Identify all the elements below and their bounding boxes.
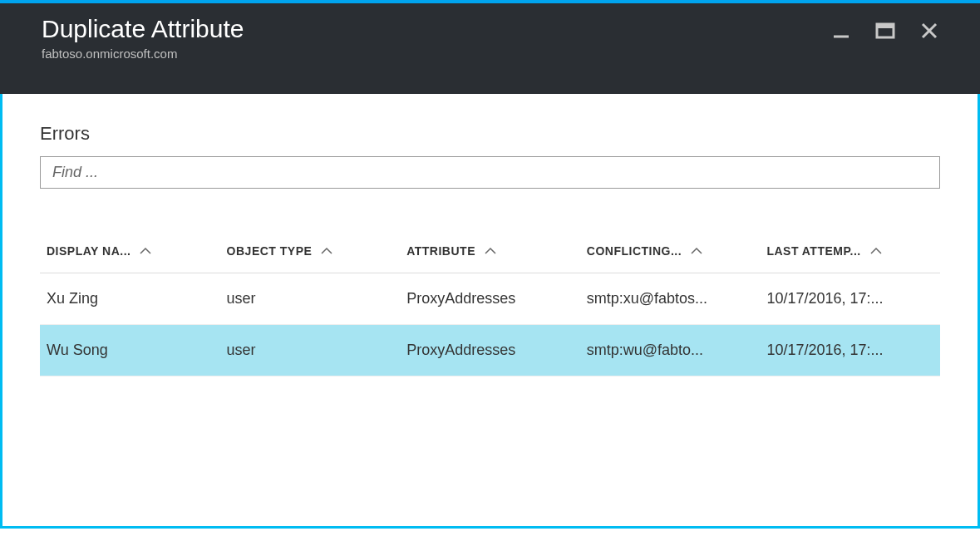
search-input[interactable] xyxy=(40,156,940,189)
chevron-up-icon xyxy=(320,244,333,258)
cell-attribute: ProxyAddresses xyxy=(400,325,580,376)
cell-conflicting: smtp:wu@fabto... xyxy=(580,325,761,376)
maximize-button[interactable] xyxy=(875,22,895,40)
section-title: Errors xyxy=(40,123,940,145)
table-row[interactable]: Wu Song user ProxyAddresses smtp:wu@fabt… xyxy=(40,325,940,376)
minimize-button[interactable] xyxy=(832,22,850,40)
column-header-object-type[interactable]: OBJECT TYPE xyxy=(227,244,394,258)
table-header-row: DISPLAY NA... OBJECT TYPE xyxy=(40,234,940,273)
column-label: OBJECT TYPE xyxy=(227,244,313,258)
cell-display-name: Wu Song xyxy=(40,325,220,376)
chevron-up-icon xyxy=(139,244,152,258)
column-header-display-name[interactable]: DISPLAY NA... xyxy=(47,244,214,258)
page-subtitle: fabtoso.onmicrosoft.com xyxy=(42,47,244,61)
cell-last-attempt: 10/17/2016, 17:... xyxy=(760,325,940,376)
page-title: Duplicate Attribute xyxy=(42,15,244,43)
column-label: DISPLAY NA... xyxy=(47,244,131,258)
chevron-up-icon xyxy=(690,244,703,258)
chevron-up-icon xyxy=(869,244,883,258)
svg-rect-2 xyxy=(877,24,894,28)
content-panel: Errors DISPLAY NA... OBJECT TYPE xyxy=(0,94,980,529)
header-text-block: Duplicate Attribute fabtoso.onmicrosoft.… xyxy=(42,15,244,61)
chevron-up-icon xyxy=(484,244,497,258)
errors-table: DISPLAY NA... OBJECT TYPE xyxy=(40,234,940,376)
column-label: LAST ATTEMP... xyxy=(766,244,860,258)
cell-attribute: ProxyAddresses xyxy=(400,273,580,325)
column-header-last-attempt[interactable]: LAST ATTEMP... xyxy=(766,244,933,258)
cell-last-attempt: 10/17/2016, 17:... xyxy=(760,273,940,325)
table-row[interactable]: Xu Zing user ProxyAddresses smtp:xu@fabt… xyxy=(40,273,940,325)
cell-object-type: user xyxy=(220,273,401,325)
column-label: CONFLICTING... xyxy=(587,244,682,258)
column-label: ATTRIBUTE xyxy=(406,244,475,258)
window-controls xyxy=(832,15,938,40)
cell-conflicting: smtp:xu@fabtos... xyxy=(580,273,761,325)
column-header-attribute[interactable]: ATTRIBUTE xyxy=(406,244,574,258)
column-header-conflicting[interactable]: CONFLICTING... xyxy=(587,244,754,258)
close-button[interactable] xyxy=(920,22,938,40)
cell-display-name: Xu Zing xyxy=(40,273,220,325)
cell-object-type: user xyxy=(220,325,401,376)
header: Duplicate Attribute fabtoso.onmicrosoft.… xyxy=(0,3,980,94)
